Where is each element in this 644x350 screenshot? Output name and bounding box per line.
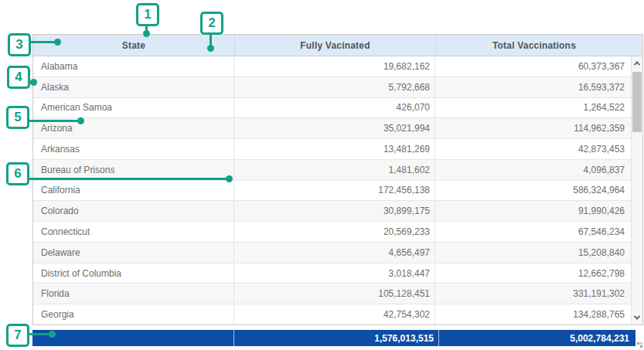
callout-2-badge: 2 [200,12,223,35]
chevron-up-icon [634,61,640,67]
cell-state: Connecticut [33,222,234,242]
cell-total-vaccinations: 331,191,302 [435,284,631,304]
callout-7-dot [49,331,56,338]
resize-handle-icon[interactable] [637,342,639,345]
summary-fully-vaccinated: 1,576,013,515 [233,330,438,346]
cell-total-vaccinations: 91,990,426 [435,201,631,221]
summary-state-cell [32,330,233,346]
callout-2-dot [207,45,214,52]
cell-state: Arkansas [33,139,234,159]
cell-state: American Samoa [33,98,234,118]
table-header-row: State Fully Vacinated Total Vaccinations [33,35,642,56]
cell-fully-vaccinated: 4,656,497 [234,243,435,263]
cell-state: Alaska [33,77,234,97]
column-header-state[interactable]: State [33,35,234,56]
table-row[interactable]: Alaska5,792,66816,593,372 [33,77,631,98]
cell-fully-vaccinated: 105,128,451 [234,284,435,304]
callout-6-connector [29,178,230,180]
callout-7-badge: 7 [6,324,29,347]
table-row[interactable]: California172,456,138586,324,964 [33,181,631,202]
cell-state: Alabama [33,56,234,76]
callout-6-dot [226,175,233,182]
table-row[interactable]: District of Columbia3,018,44712,662,798 [33,263,631,284]
summary-total-vaccinations: 5,002,784,231 [438,330,635,346]
cell-state: Bureau of Prisons [33,160,234,180]
callout-3-dot [54,39,61,46]
table-row[interactable]: Delaware4,656,49715,208,840 [33,243,631,263]
cell-fully-vaccinated: 20,569,233 [234,222,435,242]
cell-total-vaccinations: 16,593,372 [435,77,631,97]
cell-fully-vaccinated: 42,754,302 [234,304,435,325]
cell-fully-vaccinated: 426,070 [234,98,435,118]
cell-fully-vaccinated: 3,018,447 [234,263,435,284]
column-header-total-vaccinations[interactable]: Total Vaccinations [435,35,632,56]
table-row[interactable]: Arizona35,021,994114,962,359 [33,118,631,139]
scroll-up-button[interactable] [632,58,642,69]
cell-total-vaccinations: 15,208,840 [435,243,631,263]
cell-fully-vaccinated: 30,899,175 [234,201,435,221]
callout-5-connector [29,120,81,122]
cell-total-vaccinations: 67,546,234 [435,222,631,242]
column-header-fully-vaccinated[interactable]: Fully Vacinated [234,35,435,56]
cell-state: Delaware [33,243,234,263]
cell-fully-vaccinated: 1,481,602 [234,160,435,180]
cell-total-vaccinations: 4,096,837 [435,160,631,180]
callout-3-badge: 3 [8,33,31,56]
callout-1-dot [143,30,150,37]
cell-total-vaccinations: 1,264,522 [435,98,631,118]
callout-6-badge: 6 [6,162,29,185]
callout-4-badge: 4 [7,66,30,89]
cell-state: Georgia [33,304,234,325]
table-row[interactable]: Georgia42,754,302134,288,765 [33,304,631,325]
callout-5-badge: 5 [6,106,29,129]
cell-fully-vaccinated: 5,792,668 [234,77,435,97]
cell-fully-vaccinated: 13,481,269 [234,139,435,159]
screenshot-canvas: State Fully Vacinated Total Vaccinations… [0,0,644,350]
column-header-filler [632,35,642,56]
chevron-down-icon [634,313,640,319]
callout-5-dot [77,117,84,124]
cell-fully-vaccinated: 172,456,138 [234,181,435,201]
cell-total-vaccinations: 134,288,765 [435,304,631,325]
cell-state: Florida [33,284,234,304]
table-row[interactable]: Arkansas13,481,26942,873,453 [33,139,631,160]
callout-4-dot [30,79,37,86]
callout-1-badge: 1 [136,3,159,26]
cell-total-vaccinations: 586,324,964 [435,181,631,201]
table-row[interactable]: Colorado30,899,17591,990,426 [33,201,631,222]
cell-state: Colorado [33,201,234,221]
cell-total-vaccinations: 42,873,453 [435,139,631,159]
cell-total-vaccinations: 12,662,798 [435,263,631,284]
table-row[interactable]: Alabama19,682,16260,373,367 [33,56,631,77]
table-body: Alabama19,682,16260,373,367Alaska5,792,6… [33,56,631,325]
cell-fully-vaccinated: 19,682,162 [234,56,435,76]
cell-total-vaccinations: 114,962,359 [435,118,631,138]
scrollbar-thumb[interactable] [632,72,642,132]
cell-state: California [33,181,234,201]
cell-state: District of Columbia [33,263,234,284]
summary-row: 1,576,013,515 5,002,784,231 [32,330,635,346]
cell-fully-vaccinated: 35,021,994 [234,118,435,138]
table-row[interactable]: Connecticut20,569,23367,546,234 [33,222,631,243]
cell-total-vaccinations: 60,373,367 [435,56,631,76]
scroll-down-button[interactable] [632,312,642,323]
vertical-scrollbar[interactable] [631,56,642,325]
table-row[interactable]: Florida105,128,451331,191,302 [33,284,631,304]
table-row[interactable]: American Samoa426,0701,264,522 [33,98,631,119]
